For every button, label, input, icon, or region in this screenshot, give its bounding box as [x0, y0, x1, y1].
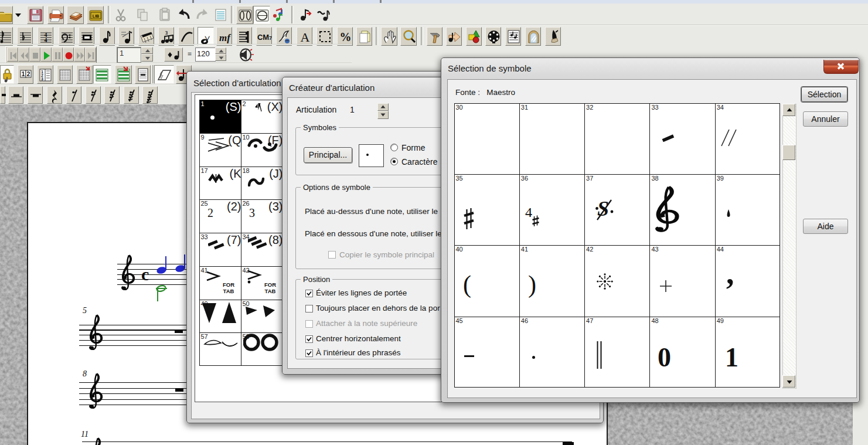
svg-text:4: 4 — [45, 37, 47, 43]
svg-text:5: 5 — [83, 306, 87, 315]
svg-text:%: % — [339, 30, 351, 43]
svg-text:1: 1 — [22, 71, 25, 77]
svg-text:3: 3 — [165, 30, 168, 36]
svg-text:8: 8 — [83, 369, 87, 378]
svg-text:2: 2 — [27, 71, 30, 77]
svg-text:mf: mf — [219, 32, 232, 43]
svg-text:c: c — [141, 264, 149, 284]
svg-text:CM7: CM7 — [257, 33, 272, 42]
svg-text:3: 3 — [41, 77, 43, 81]
svg-text:11: 11 — [81, 430, 88, 439]
svg-text:LIB: LIB — [93, 14, 99, 18]
svg-text:A: A — [300, 30, 309, 45]
